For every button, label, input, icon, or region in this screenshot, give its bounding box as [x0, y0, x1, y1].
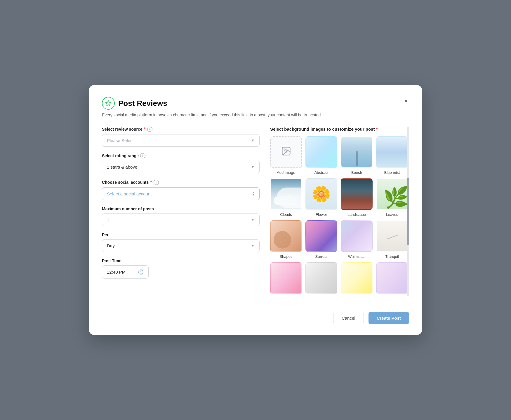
max-posts-chevron-icon: ▼ [251, 218, 255, 222]
surreal-label: Surreal [315, 254, 328, 259]
shapes-thumb [270, 220, 302, 252]
abstract-label: Abstract [314, 170, 328, 175]
image-item-yellow[interactable] [341, 262, 373, 296]
social-accounts-updown-icon: ▲ ▼ [252, 191, 255, 196]
clouds-label: Clouds [280, 212, 292, 217]
leaves-visual [377, 179, 407, 209]
close-button[interactable]: × [403, 97, 409, 106]
image-item-whimsical[interactable]: Whimsical [341, 220, 373, 259]
leaves-thumb [376, 178, 408, 210]
image-item-lavender[interactable] [376, 262, 408, 296]
add-image-thumb [270, 136, 302, 168]
social-accounts-label: Choose social accounts * i [102, 180, 260, 185]
modal-header: Post Reviews Every social media platform… [102, 97, 409, 124]
shapes-label: Shapes [279, 254, 292, 259]
cancel-button[interactable]: Cancel [333, 312, 364, 324]
flower-emoji: 🌼 [312, 185, 331, 203]
review-source-info-icon[interactable]: i [147, 127, 152, 132]
silver-thumb [305, 262, 337, 294]
pink-thumb [270, 262, 302, 294]
landscape-thumb [341, 178, 373, 210]
modal-icon-title-row: Post Reviews [102, 97, 322, 110]
surreal-thumb [305, 220, 337, 252]
post-time-input[interactable]: 12:40 PM 🕐 [102, 265, 149, 279]
review-source-select[interactable]: Please Select ▼ [102, 134, 260, 147]
post-time-label: Post Time [102, 258, 260, 263]
modal-footer: Cancel Create Post [102, 306, 409, 324]
image-item-beech[interactable]: Beech [341, 136, 373, 175]
per-chevron-icon: ▼ [251, 244, 255, 248]
image-item-add[interactable]: Add Image [270, 136, 302, 175]
scrollbar-track[interactable] [407, 127, 409, 296]
post-time-input-wrap: 12:40 PM 🕐 [102, 265, 260, 279]
image-item-bluemist[interactable]: Blue mist [376, 136, 408, 175]
rating-range-select[interactable]: 1 stars & above ▼ [102, 161, 260, 173]
per-select[interactable]: Day ▼ [102, 239, 260, 252]
beech-visual [341, 137, 372, 167]
rating-range-chevron-icon: ▼ [251, 165, 255, 169]
create-post-button[interactable]: Create Post [369, 312, 409, 324]
modal-title-area: Post Reviews Every social media platform… [102, 97, 322, 124]
whimsical-thumb [341, 220, 373, 252]
image-item-tranquil[interactable]: Tranquil [376, 220, 408, 259]
add-image-label: Add Image [277, 170, 295, 175]
image-item-abstract[interactable]: Abstract [305, 136, 337, 175]
review-source-label: Select review source * i [102, 127, 260, 132]
svg-point-2 [284, 149, 285, 150]
bluemist-thumb [376, 136, 408, 168]
left-panel: Select review source * i Please Select ▼… [102, 127, 260, 296]
modal-title: Post Reviews [118, 99, 167, 108]
max-posts-label: Maximum number of posts [102, 206, 260, 211]
per-field: Per Day ▼ [102, 232, 260, 252]
svg-marker-0 [106, 101, 111, 106]
tranquil-label: Tranquil [385, 254, 399, 259]
modal-body: Select review source * i Please Select ▼… [102, 127, 409, 296]
max-posts-field: Maximum number of posts 1 ▼ [102, 206, 260, 226]
review-source-chevron-icon: ▼ [251, 138, 255, 143]
social-accounts-info-icon[interactable]: i [154, 180, 159, 185]
scrollbar-thumb[interactable] [407, 178, 409, 246]
social-accounts-required: * [150, 180, 152, 185]
max-posts-select[interactable]: 1 ▼ [102, 214, 260, 226]
rating-range-field: Select rating range i 1 stars & above ▼ [102, 153, 260, 173]
yellow-thumb [341, 262, 373, 294]
star-icon [102, 97, 115, 110]
bluemist-label: Blue mist [384, 170, 400, 175]
flower-thumb: 🌼 [305, 178, 337, 210]
shapes-circle [274, 231, 291, 249]
image-item-flower[interactable]: 🌼 Flower [305, 178, 337, 217]
whimsical-label: Whimsical [348, 254, 365, 259]
social-accounts-field: Choose social accounts * i Select a soci… [102, 180, 260, 200]
modal-subtitle: Every social media platform imposes a ch… [102, 113, 322, 117]
lavender-thumb [376, 262, 408, 294]
flower-label: Flower [316, 212, 327, 217]
image-item-leaves[interactable]: Leaves [376, 178, 408, 217]
image-item-clouds[interactable]: Clouds [270, 178, 302, 217]
background-images-title: Select background images to customize yo… [270, 127, 408, 132]
review-source-field: Select review source * i Please Select ▼ [102, 127, 260, 147]
image-item-landscape[interactable]: Landscape [341, 178, 373, 217]
right-panel-wrap: Select background images to customize yo… [270, 127, 409, 296]
tranquil-visual [377, 221, 407, 251]
rating-range-label: Select rating range i [102, 153, 260, 158]
leaves-label: Leaves [386, 212, 398, 217]
review-source-required: * [144, 127, 146, 132]
right-panel: Select background images to customize yo… [270, 127, 409, 296]
image-item-silver[interactable] [305, 262, 337, 296]
per-label: Per [102, 232, 260, 237]
social-accounts-select[interactable]: Select a social account ▲ ▼ [102, 187, 260, 200]
rating-range-info-icon[interactable]: i [140, 153, 145, 158]
image-item-pink[interactable] [270, 262, 302, 296]
background-image-grid: Add Image Abstract Beech [270, 136, 408, 296]
clock-icon: 🕐 [138, 269, 144, 275]
add-image-icon [281, 146, 291, 158]
landscape-label: Landscape [347, 212, 366, 217]
clouds-thumb [270, 178, 302, 210]
beech-label: Beech [351, 170, 362, 175]
post-reviews-modal: Post Reviews Every social media platform… [89, 85, 422, 335]
post-time-field: Post Time 12:40 PM 🕐 [102, 258, 260, 279]
image-item-shapes[interactable]: Shapes [270, 220, 302, 259]
clouds-visual [271, 179, 301, 209]
image-item-surreal[interactable]: Surreal [305, 220, 337, 259]
abstract-thumb [305, 136, 337, 168]
